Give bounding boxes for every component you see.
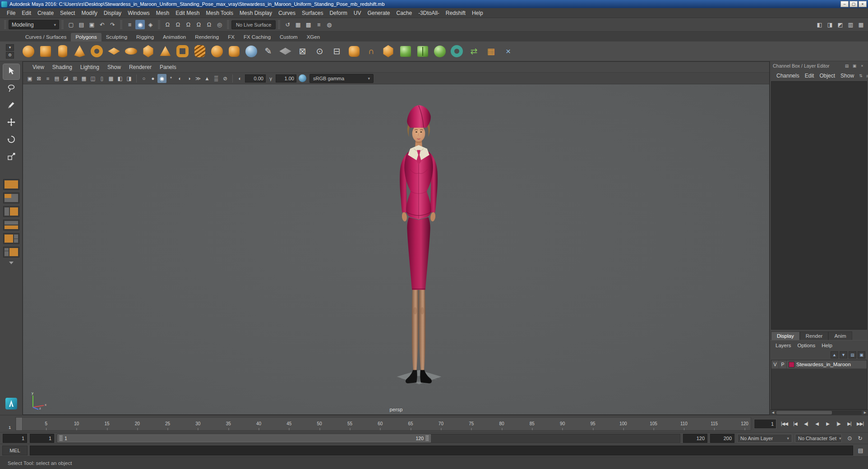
shadows-icon[interactable]: ◐ xyxy=(175,74,185,83)
snap-to-view-plane-icon[interactable]: Ω xyxy=(204,20,214,29)
command-language-button[interactable]: MEL xyxy=(2,446,28,455)
channel-box-menu-item[interactable]: Object xyxy=(817,72,838,80)
auto-keyframe-icon[interactable]: ⊙ xyxy=(845,433,854,443)
shelf-tab[interactable]: Polygons xyxy=(71,33,101,41)
poly-pipe-icon[interactable] xyxy=(174,43,191,60)
play-backwards-button[interactable]: ◀ xyxy=(812,419,822,429)
command-input[interactable] xyxy=(30,446,853,455)
poly-cone-icon[interactable] xyxy=(71,43,88,60)
panel-close-icon[interactable]: × xyxy=(859,63,865,69)
layout-persp-graph-button[interactable] xyxy=(3,233,19,244)
color-management-toggle-icon[interactable] xyxy=(299,74,306,82)
textured-mode-icon[interactable]: ◉ xyxy=(157,74,166,83)
toolbar-grip[interactable] xyxy=(120,20,122,29)
menu-item[interactable]: Create xyxy=(34,9,57,18)
open-scene-icon[interactable]: ▤ xyxy=(77,20,86,29)
panel-menu-item[interactable]: Shading xyxy=(48,63,76,72)
layer-editor-menu-item[interactable]: Help xyxy=(819,342,835,349)
panel-menu-item[interactable]: Panels xyxy=(156,63,180,72)
menu-item[interactable]: UV xyxy=(351,9,365,18)
menu-item[interactable]: Select xyxy=(57,9,78,18)
menu-item[interactable]: Mesh xyxy=(153,9,172,18)
channel-box-toggle-icon[interactable]: ▥ xyxy=(846,20,855,29)
poly-cylinder-icon[interactable] xyxy=(54,43,71,60)
toolbar-grip[interactable] xyxy=(158,20,160,29)
bookmarks-icon[interactable]: ▤ xyxy=(52,74,61,83)
menu-item[interactable]: Cache xyxy=(393,9,415,18)
stewardess-model[interactable] xyxy=(381,102,457,387)
scale-tool[interactable] xyxy=(3,150,19,165)
layout-top-persp-button[interactable] xyxy=(3,220,19,230)
multi-cut-icon[interactable]: ⊠ xyxy=(294,43,311,60)
shelf-menu-gear-icon[interactable]: ⚙ xyxy=(6,52,14,59)
poly-helix-icon[interactable] xyxy=(191,43,208,60)
new-scene-icon[interactable]: ▢ xyxy=(66,20,76,29)
field-chart-icon[interactable]: ◧ xyxy=(115,74,125,83)
lasso-tool[interactable] xyxy=(3,81,19,97)
film-gate-icon[interactable]: ◫ xyxy=(88,74,97,83)
playback-range-bar[interactable]: 1 120 xyxy=(57,434,431,442)
step-back-frame-button[interactable]: |◀ xyxy=(790,419,800,429)
channel-box-menu-item[interactable]: Show xyxy=(838,72,857,80)
animation-end-field[interactable] xyxy=(710,434,734,443)
menu-item[interactable]: Help xyxy=(469,9,486,18)
menu-item[interactable]: Edit xyxy=(18,9,34,18)
scrollbar-thumb[interactable] xyxy=(776,411,832,414)
scrollbar-track[interactable] xyxy=(776,410,862,415)
quad-draw-icon[interactable]: ✎ xyxy=(260,43,277,60)
shelf-tab[interactable]: Custom xyxy=(275,33,302,41)
poly-disc-icon[interactable] xyxy=(123,43,139,60)
step-forward-key-button[interactable]: |▶ xyxy=(833,419,844,429)
poly-pyramid-icon[interactable] xyxy=(157,43,174,60)
layout-three-pane-button[interactable] xyxy=(3,247,19,257)
gamma-field[interactable] xyxy=(276,74,296,83)
layer-editor-tab[interactable]: Anim xyxy=(828,331,852,340)
panel-menu-item[interactable]: Renderer xyxy=(125,63,156,72)
playback-start-field[interactable] xyxy=(30,434,54,443)
layer-color-swatch[interactable] xyxy=(789,362,794,368)
snap-to-curve-icon[interactable]: Ω xyxy=(173,20,183,29)
minimize-button[interactable]: – xyxy=(840,1,849,7)
target-weld-icon[interactable]: ⊙ xyxy=(311,43,328,60)
display-settings-icon[interactable]: ◍ xyxy=(324,20,334,29)
menu-item[interactable]: Mesh Display xyxy=(236,9,275,18)
shelf-tab[interactable]: FX Caching xyxy=(239,33,275,41)
motion-blur-icon[interactable]: ≫ xyxy=(194,74,203,83)
channel-list-empty[interactable] xyxy=(771,81,867,330)
use-all-lights-icon[interactable]: * xyxy=(166,74,175,83)
layer-list-hscrollbar[interactable]: ◀ ▶ xyxy=(770,409,868,415)
menu-item[interactable]: Windows xyxy=(125,9,153,18)
menu-item[interactable]: File xyxy=(4,9,18,18)
layer-editor-tab[interactable]: Display xyxy=(771,331,800,340)
channel-box-menu-item[interactable]: Channels xyxy=(774,72,802,80)
uv-checker-icon[interactable]: ▦ xyxy=(483,43,499,60)
bridge-icon[interactable]: ∩ xyxy=(363,43,379,60)
ipr-render-icon[interactable]: ▩ xyxy=(304,20,313,29)
create-empty-layer-icon[interactable]: ▤ xyxy=(849,351,856,359)
step-forward-frame-button[interactable]: ▶| xyxy=(844,419,854,429)
toolbar-grip[interactable] xyxy=(4,20,6,29)
script-editor-icon[interactable]: ▤ xyxy=(856,446,865,455)
sculpt-tool-icon[interactable] xyxy=(243,43,259,60)
range-start-handle[interactable] xyxy=(59,435,63,441)
snap-to-plane-icon[interactable]: Ω xyxy=(194,20,203,29)
layer-playback-toggle[interactable]: P xyxy=(779,360,787,368)
live-surface-field[interactable]: No Live Surface xyxy=(231,20,276,29)
move-layer-down-icon[interactable]: ▼ xyxy=(840,351,847,359)
close-button[interactable]: × xyxy=(859,1,867,7)
move-layer-up-icon[interactable]: ▲ xyxy=(831,351,838,359)
extrude-icon[interactable] xyxy=(380,43,397,60)
scroll-right-icon[interactable]: ▶ xyxy=(862,410,868,415)
channel-slider-speed-icon[interactable]: ⇅ xyxy=(858,73,864,79)
play-forwards-button[interactable]: ▶ xyxy=(822,419,833,429)
shelf-tab[interactable]: Sculpting xyxy=(102,33,132,41)
menu-item[interactable]: Modify xyxy=(78,9,100,18)
poly-soccer-ball-icon[interactable] xyxy=(208,43,225,60)
smooth-icon[interactable] xyxy=(448,43,465,60)
snap-to-grid-icon[interactable]: Ω xyxy=(163,20,172,29)
anim-layer-dropdown[interactable]: No Anim Layer ▾ xyxy=(737,434,792,443)
menu-item[interactable]: Redshift xyxy=(443,9,469,18)
range-end-handle[interactable] xyxy=(425,435,429,441)
create-polygon-icon[interactable] xyxy=(277,43,294,60)
2d-pan-zoom-icon[interactable]: ⊞ xyxy=(70,74,79,83)
